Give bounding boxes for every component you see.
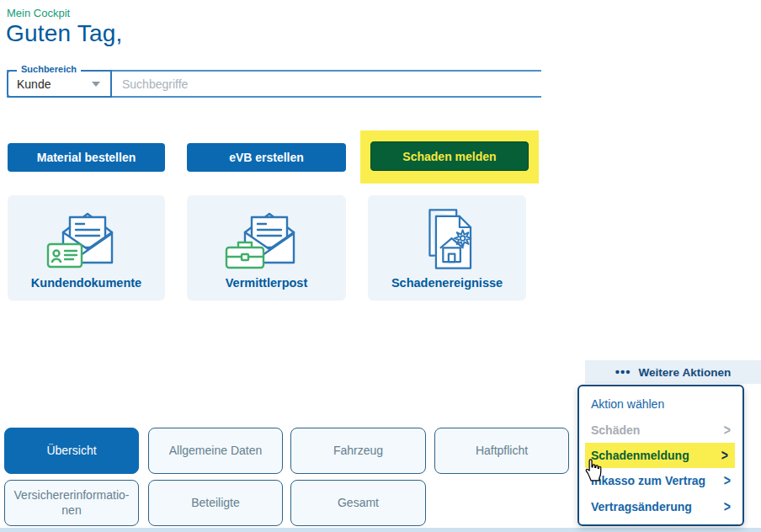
ellipsis-icon: •••: [615, 368, 631, 376]
card-schadenereignisse[interactable]: Schadenereignisse: [368, 195, 526, 301]
tab-haftpflicht[interactable]: Haftpflicht: [434, 428, 569, 474]
weitere-aktionen-button[interactable]: ••• Weitere Aktionen: [585, 360, 761, 384]
tab-label: Übersicht: [41, 444, 101, 459]
caret-down-icon: [92, 82, 100, 87]
search-input[interactable]: [112, 72, 541, 96]
tab-label: Haftpflicht: [471, 444, 533, 459]
app-title: Mein Cockpit: [7, 7, 70, 19]
schaden-melden-button[interactable]: Schaden melden: [370, 141, 529, 171]
tab-fahrzeug[interactable]: Fahrzeug: [290, 428, 426, 474]
evb-erstellen-button[interactable]: eVB erstellen: [187, 143, 346, 172]
chevron-right-icon: >: [721, 447, 728, 464]
tab-versichererinformationen[interactable]: Versichererinformatio- nen: [4, 480, 139, 526]
menu-item-label: Schäden: [591, 423, 640, 437]
card-label: Kundendokumente: [31, 276, 141, 290]
menu-item-label: Aktion wählen: [591, 397, 664, 411]
search-scope-value: Kunde: [17, 77, 51, 91]
menu-item-schadenmeldung[interactable]: Schadenmeldung >: [585, 443, 735, 468]
chevron-right-icon: >: [724, 422, 731, 439]
chevron-right-icon: >: [724, 472, 731, 489]
tab-gesamt[interactable]: Gesamt: [290, 480, 426, 526]
search-bar: Suchbereich Kunde: [7, 70, 541, 98]
weitere-aktionen-label: Weitere Aktionen: [639, 366, 732, 379]
page-title: Guten Tag,: [6, 20, 122, 47]
menu-item-schaeden[interactable]: Schäden >: [579, 417, 742, 442]
card-label: Schadenereignisse: [391, 276, 503, 290]
card-kundendokumente[interactable]: Kundendokumente: [8, 195, 165, 301]
tab-label: Allgemeine Daten: [164, 444, 268, 459]
menu-item-aktion-waehlen: Aktion wählen: [579, 391, 742, 417]
action-dropdown-menu: Aktion wählen Schäden > Schadenmeldung >…: [577, 385, 744, 526]
card-label: Vermittlerpost: [226, 276, 308, 290]
tab-uebersicht[interactable]: Übersicht: [4, 428, 139, 474]
tab-beteiligte[interactable]: Beteiligte: [148, 480, 283, 526]
menu-item-label: Inkasso zum Vertrag: [591, 474, 705, 487]
envelope-briefcase-icon: [225, 204, 309, 274]
tab-label: Beteiligte: [186, 496, 245, 511]
tab-label: Fahrzeug: [328, 444, 388, 459]
damage-documents-icon: [405, 204, 489, 274]
schaden-melden-highlight: Schaden melden: [360, 130, 539, 184]
material-bestellen-button[interactable]: Material bestellen: [8, 143, 165, 172]
menu-item-inkasso-zum-vertrag[interactable]: Inkasso zum Vertrag >: [579, 468, 742, 493]
menu-item-label: Schadenmeldung: [591, 449, 689, 462]
bottom-divider: [0, 528, 761, 532]
card-vermittlerpost[interactable]: Vermittlerpost: [187, 195, 346, 301]
envelope-id-card-icon: [45, 204, 129, 274]
menu-item-label: Vertragsänderung: [591, 500, 692, 513]
tab-allgemeine-daten[interactable]: Allgemeine Daten: [148, 428, 283, 474]
menu-item-vertragsaenderung[interactable]: Vertragsänderung >: [579, 494, 742, 519]
search-scope-label: Suchbereich: [17, 64, 81, 74]
tab-label: Versichererinformatio- nen: [9, 488, 135, 518]
tab-label: Gesamt: [333, 496, 384, 511]
mein-cockpit-page: Mein Cockpit Guten Tag, Suchbereich Kund…: [0, 0, 761, 532]
chevron-right-icon: >: [724, 498, 731, 515]
